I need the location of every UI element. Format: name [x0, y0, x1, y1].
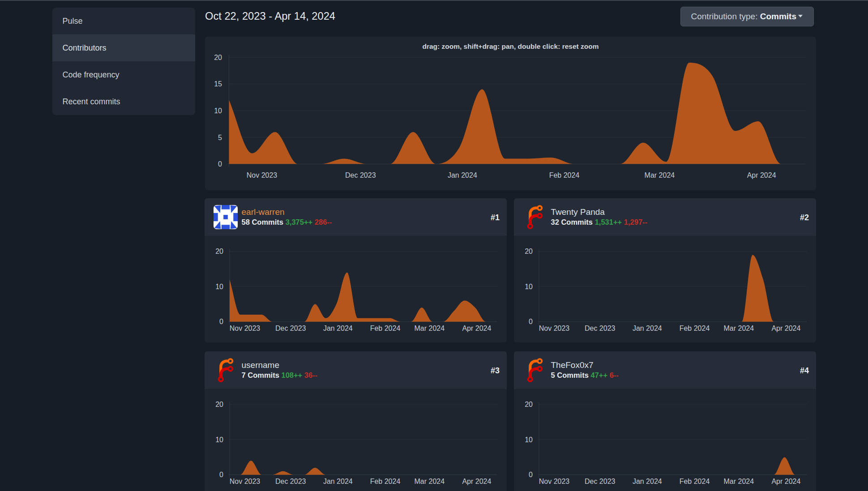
svg-text:20: 20: [215, 248, 223, 256]
svg-text:Apr 2024: Apr 2024: [462, 478, 491, 486]
svg-text:20: 20: [214, 54, 222, 61]
svg-text:0: 0: [219, 471, 223, 479]
svg-text:Jan 2024: Jan 2024: [632, 478, 662, 486]
svg-text:Feb 2024: Feb 2024: [370, 325, 400, 333]
svg-text:Dec 2023: Dec 2023: [275, 325, 306, 333]
svg-text:10: 10: [215, 283, 223, 290]
svg-text:Feb 2024: Feb 2024: [370, 478, 400, 486]
svg-text:Nov 2023: Nov 2023: [229, 325, 260, 333]
svg-text:Nov 2023: Nov 2023: [247, 171, 278, 179]
svg-text:15: 15: [214, 80, 222, 88]
svg-text:Mar 2024: Mar 2024: [645, 171, 675, 179]
svg-text:0: 0: [529, 318, 533, 326]
svg-text:10: 10: [215, 436, 223, 444]
svg-text:Apr 2024: Apr 2024: [771, 325, 800, 333]
svg-text:10: 10: [525, 436, 533, 444]
svg-text:Mar 2024: Mar 2024: [414, 325, 445, 333]
svg-text:Nov 2023: Nov 2023: [539, 325, 569, 333]
svg-text:Apr 2024: Apr 2024: [747, 171, 776, 179]
svg-text:10: 10: [214, 107, 222, 115]
svg-text:Jan 2024: Jan 2024: [448, 171, 477, 179]
svg-text:Jan 2024: Jan 2024: [323, 325, 352, 333]
svg-text:0: 0: [219, 318, 223, 326]
svg-text:20: 20: [525, 248, 533, 256]
svg-text:Apr 2024: Apr 2024: [771, 478, 800, 486]
svg-text:Feb 2024: Feb 2024: [549, 171, 580, 179]
svg-text:Mar 2024: Mar 2024: [723, 325, 754, 333]
svg-text:Mar 2024: Mar 2024: [414, 478, 445, 486]
svg-text:Dec 2023: Dec 2023: [584, 478, 615, 486]
svg-text:Dec 2023: Dec 2023: [275, 478, 306, 486]
svg-text:Jan 2024: Jan 2024: [632, 325, 662, 333]
svg-text:5: 5: [218, 134, 222, 141]
svg-text:0: 0: [529, 471, 533, 479]
svg-text:Mar 2024: Mar 2024: [723, 478, 754, 486]
svg-text:Jan 2024: Jan 2024: [323, 478, 352, 486]
svg-text:20: 20: [525, 401, 533, 409]
svg-text:Apr 2024: Apr 2024: [462, 325, 491, 333]
svg-text:10: 10: [525, 283, 533, 290]
svg-text:Feb 2024: Feb 2024: [679, 325, 710, 333]
svg-text:Dec 2023: Dec 2023: [584, 325, 615, 333]
svg-text:Nov 2023: Nov 2023: [539, 478, 569, 486]
svg-text:Feb 2024: Feb 2024: [679, 478, 710, 486]
svg-text:20: 20: [215, 401, 223, 409]
svg-text:Nov 2023: Nov 2023: [229, 478, 260, 486]
svg-text:Dec 2023: Dec 2023: [345, 171, 376, 179]
svg-text:0: 0: [218, 160, 222, 168]
